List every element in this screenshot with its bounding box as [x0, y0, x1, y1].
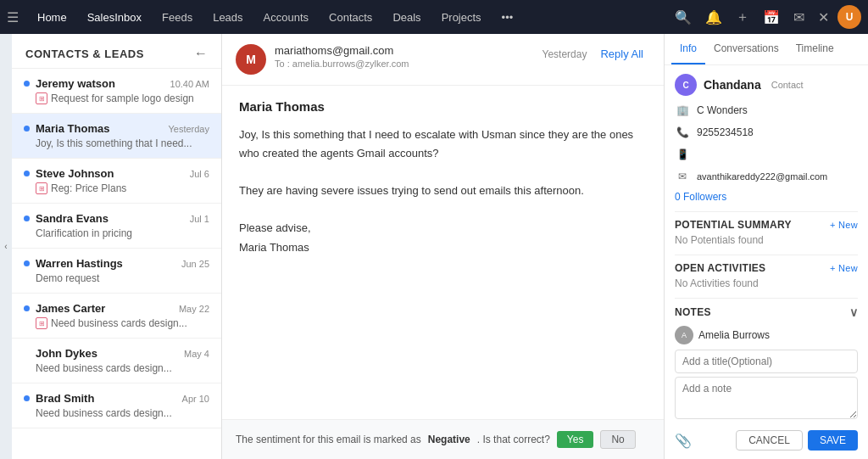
ticket-icon: ⊞: [36, 92, 47, 104]
contact-preview: Joy, Is this something that I need...: [24, 137, 209, 149]
phone-icon: 📞: [675, 125, 690, 140]
contact-main-row: C Chandana Contact: [675, 74, 858, 96]
nav-leads[interactable]: Leads: [204, 6, 251, 29]
contact-preview: Clarification in pricing: [24, 227, 209, 239]
menu-icon[interactable]: ☰: [7, 9, 19, 25]
sentiment-text: The sentiment for this email is marked a…: [236, 434, 421, 445]
list-item[interactable]: Warren Hastings Jun 25 Demo request: [12, 249, 221, 294]
close-icon[interactable]: ✕: [813, 6, 834, 29]
nav-accounts[interactable]: Accounts: [255, 6, 317, 29]
sentiment-no-button[interactable]: No: [600, 430, 635, 449]
divider: [675, 255, 858, 255]
mobile-icon: 📱: [675, 147, 690, 162]
email-from: mariathoms@gmail.com: [275, 44, 409, 57]
contact-time: Jul 6: [190, 169, 209, 179]
contact-mobile-row: 📱: [675, 147, 858, 162]
info-tabs: Info Conversations Timeline: [665, 34, 868, 65]
contact-phone: 9255234518: [697, 126, 754, 138]
email-header-right: Yesterday Reply All: [542, 44, 650, 64]
reply-all-button[interactable]: Reply All: [593, 44, 650, 64]
email-header: M mariathoms@gmail.com To : amelia.burro…: [222, 34, 664, 86]
ticket-icon: ⊞: [36, 317, 47, 329]
notes-body-input[interactable]: [675, 377, 858, 419]
unread-dot: [24, 171, 30, 176]
email-icon: ✉: [675, 169, 690, 184]
contact-time: Jun 25: [181, 259, 209, 269]
nav-projects[interactable]: Projects: [433, 6, 490, 29]
contact-preview: ⊞ Need business cards design...: [24, 317, 209, 329]
attachment-icon[interactable]: 📎: [675, 433, 692, 449]
contact-email-row: ✉ avanthikareddy222@gmail.com: [675, 169, 858, 184]
email-body: Maria Thomas Joy, Is this something that…: [222, 86, 664, 419]
followers-row: 0 Followers: [675, 191, 858, 203]
unread-dot: [24, 216, 30, 221]
nav-deals[interactable]: Deals: [384, 6, 429, 29]
nav-home[interactable]: Home: [29, 6, 75, 29]
contact-tag: Contact: [771, 80, 804, 90]
list-item[interactable]: Sandra Evans Jul 1 Clarification in pric…: [12, 204, 221, 249]
list-item[interactable]: John Dykes May 4 Need business cards des…: [12, 339, 221, 383]
ticket-icon: ⊞: [36, 182, 47, 194]
notes-toggle-icon[interactable]: ∨: [849, 305, 858, 319]
notes-author-avatar: A: [675, 326, 693, 344]
tab-conversations[interactable]: Conversations: [705, 34, 787, 64]
contact-name: Steve Johnson: [36, 167, 186, 180]
info-panel: Info Conversations Timeline C Chandana C…: [665, 34, 868, 459]
list-item[interactable]: Brad Smith Apr 10 Need business cards de…: [12, 383, 221, 428]
email-subject: Maria Thomas: [239, 99, 647, 114]
activities-empty: No Activities found: [675, 277, 858, 289]
activities-new-button[interactable]: + New: [830, 263, 858, 273]
potential-new-button[interactable]: + New: [830, 220, 858, 230]
nav-salesinbox[interactable]: SalesInbox: [79, 6, 150, 29]
bell-icon[interactable]: 🔔: [700, 6, 727, 29]
contact-time: May 22: [179, 304, 209, 314]
contacts-header: CONTACTS & LEADS ←: [12, 34, 221, 69]
email-date: Yesterday: [542, 48, 587, 60]
mail-icon[interactable]: ✉: [788, 6, 810, 29]
plus-icon[interactable]: ＋: [731, 5, 754, 30]
sender-avatar: M: [236, 44, 266, 75]
list-item[interactable]: James Carter May 22 ⊞ Need business card…: [12, 294, 221, 339]
email-to: To : amelia.burrows@zylker.com: [275, 59, 409, 69]
topnav: ☰ Home SalesInbox Feeds Leads Accounts C…: [0, 0, 868, 34]
contact-time: Yesterday: [168, 124, 209, 134]
sidebar-toggle[interactable]: ‹: [0, 34, 12, 459]
building-icon: 🏢: [675, 103, 690, 118]
cancel-button[interactable]: CANCEL: [736, 430, 803, 451]
search-icon[interactable]: 🔍: [670, 6, 697, 29]
contact-email: avanthikareddy222@gmail.com: [697, 171, 827, 182]
contact-time: Jul 1: [190, 214, 209, 224]
user-avatar[interactable]: U: [837, 5, 861, 29]
contact-company-row: 🏢 C Wonders: [675, 103, 858, 118]
divider: [675, 211, 858, 212]
contact-preview: Need business cards design...: [24, 362, 209, 374]
nav-feeds[interactable]: Feeds: [153, 6, 201, 29]
contact-name: Jeremy watson: [36, 77, 167, 90]
email-header-left: M mariathoms@gmail.com To : amelia.burro…: [236, 44, 409, 75]
followers-count[interactable]: 0 Followers: [675, 191, 726, 203]
contacts-panel: CONTACTS & LEADS ← Jeremy watson 10.40 A…: [12, 34, 222, 459]
notes-author-name: Amelia Burrows: [698, 329, 770, 341]
main-area: ‹ CONTACTS & LEADS ← Jeremy watson 10.40…: [0, 34, 868, 459]
notes-title-input[interactable]: [675, 350, 858, 373]
tab-timeline[interactable]: Timeline: [787, 34, 843, 64]
unread-dot: [24, 395, 30, 401]
email-panel: M mariathoms@gmail.com To : amelia.burro…: [222, 34, 665, 459]
contact-preview: Need business cards design...: [24, 407, 209, 419]
list-item[interactable]: Steve Johnson Jul 6 ⊞ Reg: Price Plans: [12, 159, 221, 204]
save-button[interactable]: SAVE: [808, 430, 858, 451]
nav-contacts[interactable]: Contacts: [320, 6, 381, 29]
calendar-icon[interactable]: 📅: [758, 6, 785, 29]
back-icon[interactable]: ←: [194, 46, 208, 61]
list-item[interactable]: Jeremy watson 10.40 AM ⊞ Request for sam…: [12, 69, 221, 114]
contact-time: 10.40 AM: [170, 79, 209, 89]
topnav-icons: 🔍 🔔 ＋ 📅 ✉ ✕ U: [670, 5, 861, 30]
contacts-list: Jeremy watson 10.40 AM ⊞ Request for sam…: [12, 69, 221, 459]
sentiment-yes-button[interactable]: Yes: [557, 431, 594, 448]
list-item[interactable]: Maria Thomas Yesterday Joy, Is this some…: [12, 114, 221, 159]
unread-dot: [24, 305, 30, 311]
nav-more[interactable]: •••: [493, 6, 522, 29]
contact-name: Brad Smith: [36, 392, 179, 405]
tab-info[interactable]: Info: [671, 34, 705, 64]
contact-avatar-small: C: [675, 74, 697, 96]
